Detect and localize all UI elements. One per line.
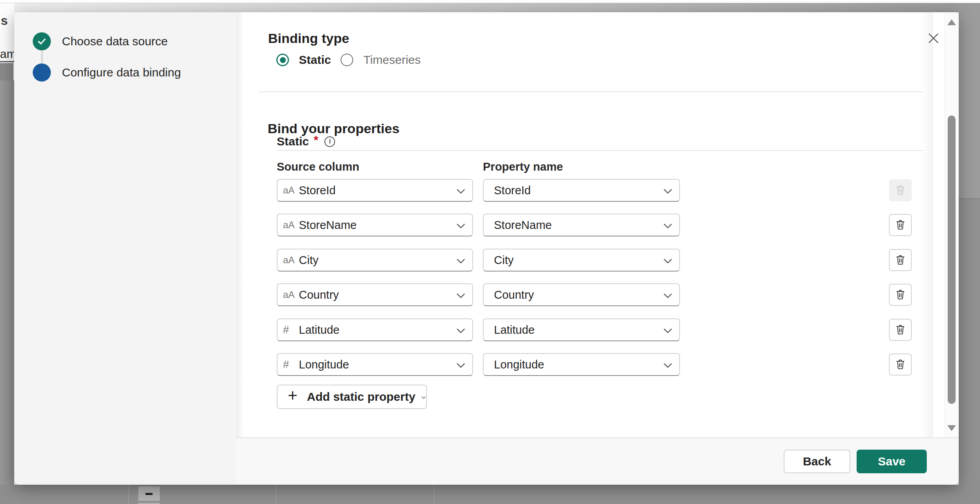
delete-row-button[interactable] — [889, 319, 912, 341]
chevron-down-icon — [456, 256, 466, 266]
plus-icon: + — [288, 387, 298, 404]
field-type-icon: aA — [283, 185, 299, 196]
background-top-bar — [0, 0, 980, 3]
property-name-dropdown[interactable]: City — [483, 249, 680, 272]
chevron-down-icon — [456, 291, 466, 301]
delete-row-button[interactable] — [889, 249, 912, 271]
trash-icon — [894, 324, 906, 336]
scroll-up-arrow-icon[interactable] — [947, 19, 956, 25]
trash-icon — [894, 219, 906, 231]
step-choose-data-source[interactable]: Choose data source — [33, 32, 168, 50]
close-icon — [927, 32, 940, 45]
source-column-value: Latitude — [299, 324, 339, 337]
radio-selected-dot — [280, 57, 286, 63]
property-name-dropdown[interactable]: Longitude — [483, 353, 680, 376]
background-right-strip — [959, 3, 980, 504]
property-name-dropdown[interactable]: Country — [483, 283, 680, 306]
step-completed-check-icon — [33, 32, 51, 50]
back-button[interactable]: Back — [784, 450, 850, 473]
dialog-footer: Back Save — [237, 437, 959, 485]
source-column-dropdown[interactable]: aA Country — [277, 283, 473, 306]
section-divider — [259, 91, 923, 92]
property-name-dropdown[interactable]: StoreName — [483, 214, 680, 236]
group-divider — [277, 150, 923, 151]
source-column-dropdown[interactable]: # Longitude — [277, 353, 473, 376]
chevron-down-icon — [663, 291, 673, 301]
dialog-scrollbar — [944, 12, 959, 437]
chevron-down-icon — [456, 186, 466, 197]
chevron-down-icon — [456, 361, 466, 371]
radio-timeseries[interactable] — [341, 54, 353, 66]
delete-row-button[interactable] — [889, 284, 912, 306]
chevron-down-icon — [663, 326, 673, 336]
background-grid-line — [434, 485, 434, 504]
step-configure-data-binding[interactable]: Configure data binding — [33, 63, 181, 82]
background-grid-line — [276, 485, 277, 504]
source-column-value: StoreName — [299, 219, 357, 232]
field-type-icon: aA — [283, 219, 299, 231]
delete-row-button[interactable] — [889, 214, 912, 236]
binding-type-title: Binding type — [268, 31, 349, 46]
source-column-dropdown[interactable]: aA StoreId — [277, 179, 473, 202]
trash-icon — [894, 184, 906, 196]
chevron-down-icon — [456, 221, 466, 231]
scrollbar-thumb[interactable] — [948, 115, 956, 404]
source-column-value: Country — [299, 288, 339, 301]
source-column-value: City — [299, 254, 319, 267]
chevron-down-icon — [663, 361, 673, 371]
map-zoom-out-button[interactable] — [138, 486, 160, 501]
static-group-label: Static — [277, 135, 309, 148]
radio-timeseries-label[interactable]: Timeseries — [363, 53, 421, 67]
scroll-down-arrow-icon[interactable] — [947, 425, 956, 431]
property-name-dropdown[interactable]: Latitude — [483, 318, 680, 341]
property-binding-row: aA City City — [14, 249, 959, 272]
property-name-value: StoreId — [494, 184, 531, 197]
required-marker: * — [314, 133, 319, 147]
chevron-down-icon — [663, 256, 673, 266]
configure-data-binding-dialog: Choose data source Configure data bindin… — [14, 12, 959, 485]
source-column-dropdown[interactable]: aA StoreName — [277, 214, 473, 236]
info-icon[interactable]: i — [324, 136, 335, 147]
background-bottom-strip — [0, 485, 980, 504]
field-type-icon: # — [283, 359, 299, 371]
source-column-value: StoreId — [299, 184, 336, 197]
add-static-property-label: Add static property — [307, 390, 415, 404]
property-binding-row: aA StoreName StoreName — [14, 214, 959, 236]
background-overlay-top — [14, 3, 959, 12]
chevron-down-icon — [663, 186, 673, 197]
step-active-dot-icon — [33, 63, 51, 82]
static-group-header: Static * i — [277, 134, 335, 149]
property-name-value: City — [494, 254, 514, 267]
background-grid-line — [128, 485, 129, 504]
background-input-fragment: ame — [0, 46, 14, 62]
trash-icon — [894, 289, 906, 301]
chevron-down-icon — [663, 221, 673, 231]
close-dialog-button[interactable] — [926, 30, 941, 46]
property-name-value: Latitude — [494, 324, 535, 337]
screen: s ame Choose data source Configure data … — [0, 0, 980, 504]
property-name-header: Property name — [483, 160, 563, 173]
field-type-icon: # — [283, 324, 299, 336]
property-name-value: Country — [494, 288, 534, 301]
source-column-header: Source column — [277, 160, 360, 173]
source-column-dropdown[interactable]: aA City — [277, 249, 473, 272]
radio-static-label[interactable]: Static — [299, 53, 331, 67]
source-column-value: Longitude — [299, 358, 349, 371]
delete-row-button[interactable] — [889, 353, 912, 376]
binding-type-radio-group: Static Timeseries — [276, 53, 421, 67]
property-name-value: StoreName — [494, 219, 552, 232]
add-static-property-button[interactable]: + Add static property — [277, 385, 427, 409]
property-binding-row: # Longitude Longitude — [14, 353, 959, 376]
property-name-dropdown[interactable]: StoreId — [483, 179, 680, 202]
background-text-fragment: s — [1, 13, 8, 28]
background-left-panel: s ame — [0, 3, 14, 63]
background-tab-fragment — [0, 63, 13, 80]
radio-static[interactable] — [276, 54, 289, 66]
background-right-upper — [959, 3, 980, 199]
source-column-dropdown[interactable]: # Latitude — [277, 318, 473, 341]
field-type-icon: aA — [283, 289, 299, 300]
trash-icon — [894, 254, 906, 266]
background-left-canvas — [0, 80, 14, 504]
save-button[interactable]: Save — [857, 450, 927, 473]
property-binding-row: aA Country Country — [14, 283, 959, 306]
